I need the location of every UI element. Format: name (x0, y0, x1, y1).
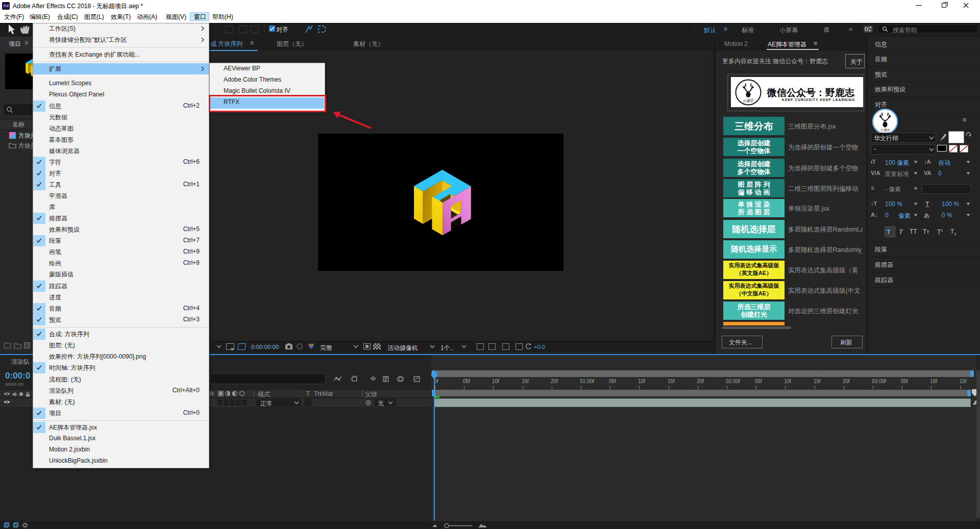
svg-text:行鹿志: 行鹿志 (880, 128, 890, 132)
